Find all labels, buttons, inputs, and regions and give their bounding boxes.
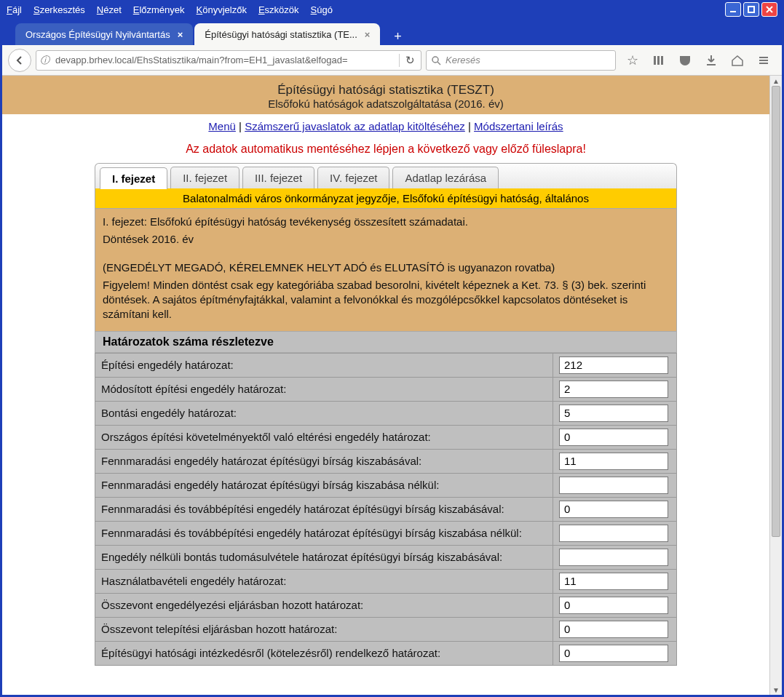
form-row: Összevont engedélyezési eljárásban hozot… — [95, 593, 677, 617]
banner-subtitle: Elsőfokú hatóságok adatszolgáltatása (20… — [2, 97, 769, 110]
value-input[interactable] — [559, 453, 668, 470]
close-button[interactable] — [761, 2, 777, 17]
new-tab-button[interactable]: + — [387, 28, 408, 45]
search-placeholder: Keresés — [446, 55, 480, 65]
reload-icon[interactable]: ↻ — [399, 54, 421, 67]
row-value-cell — [553, 377, 677, 401]
value-input[interactable] — [559, 357, 668, 374]
browser-tabstrip: Országos Építésügyi Nyilvántartás × Épít… — [2, 19, 782, 45]
window-controls — [725, 2, 777, 17]
form-row: Összevont telepítési eljárásban hozott h… — [95, 617, 677, 641]
form-row: Fennmaradási engedély határozat építésüg… — [95, 473, 677, 497]
url-input[interactable] — [52, 51, 399, 70]
link-modsz[interactable]: Módszertani leírás — [474, 120, 563, 132]
menu-help[interactable]: Súgó — [311, 4, 333, 15]
section-heading: Határozatok száma részletezve — [95, 332, 677, 353]
tab-adatlap-lezarasa[interactable]: Adatlap lezárása — [392, 167, 499, 188]
browser-tab-1[interactable]: Országos Építésügyi Nyilvántartás × — [15, 23, 193, 45]
tab-chapter-1[interactable]: I. fejezet — [100, 167, 167, 189]
banner-title: Építésügyi hatósági statisztika (TESZT) — [2, 83, 769, 97]
value-input[interactable] — [559, 429, 668, 446]
value-input[interactable] — [559, 573, 668, 590]
form-row: Módosított építési engedély határozat: — [95, 377, 677, 401]
browser-tab-2[interactable]: Építésügyi hatósági statisztika (TE... × — [194, 23, 380, 45]
save-warning: Az adatok automatikus mentéséhez lépjen … — [2, 138, 769, 163]
value-input[interactable] — [559, 621, 668, 638]
form-row: Engedély nélküli bontás tudomásulvétele … — [95, 545, 677, 569]
tab-chapter-3[interactable]: III. fejezet — [242, 167, 314, 188]
scrollbar[interactable]: ▲ ▼ — [769, 76, 782, 695]
row-value-cell — [553, 521, 677, 545]
menu-edit[interactable]: Szerkesztés — [33, 4, 85, 15]
pocket-icon[interactable] — [678, 54, 692, 67]
svg-rect-8 — [661, 56, 663, 65]
chapter-description: I. fejezet: Elsőfokú építésügyi hatóság … — [95, 209, 677, 332]
value-input[interactable] — [559, 525, 668, 542]
chapter-tabs: I. fejezet II. fejezet III. fejezet IV. … — [95, 163, 677, 188]
page-banner: Építésügyi hatósági statisztika (TESZT) … — [2, 76, 769, 114]
row-label: Fennmaradási engedély határozat építésüg… — [95, 473, 553, 497]
svg-rect-7 — [657, 56, 660, 65]
maximize-button[interactable] — [743, 2, 759, 17]
search-icon — [431, 55, 441, 65]
row-label: Módosított építési engedély határozat: — [95, 377, 553, 401]
star-icon[interactable]: ☆ — [626, 54, 639, 67]
page-viewport: Építésügyi hatósági statisztika (TESZT) … — [2, 76, 782, 695]
back-button[interactable] — [8, 49, 31, 72]
tab-chapter-2[interactable]: II. fejezet — [170, 167, 239, 188]
row-label: Országos építési követelményektől való e… — [95, 425, 553, 449]
link-szam[interactable]: Számszerű javaslatok az adatlap kitöltés… — [245, 120, 465, 132]
tab-chapter-4[interactable]: IV. fejezet — [317, 167, 389, 188]
app-menubar: Fájl Szerkesztés Nézet Előzmények Könyvj… — [2, 0, 782, 19]
value-input[interactable] — [559, 501, 668, 518]
menu-history[interactable]: Előzmények — [133, 4, 185, 15]
close-icon[interactable]: × — [365, 29, 371, 40]
form-row: Országos építési követelményektől való e… — [95, 425, 677, 449]
form-table: Építési engedély határozat:Módosított ép… — [95, 353, 677, 666]
form-row: Fennmaradási és továbbépítési engedély h… — [95, 521, 677, 545]
value-input[interactable] — [559, 477, 668, 494]
form-row: Fennmaradási engedély határozat építésüg… — [95, 449, 677, 473]
row-value-cell — [553, 593, 677, 617]
menu-file[interactable]: Fájl — [7, 4, 22, 15]
info-icon[interactable]: ⓘ — [36, 54, 52, 67]
row-value-cell — [553, 401, 677, 425]
tab-label: Építésügyi hatósági statisztika (TE... — [205, 29, 357, 40]
form-row: Használatbavételi engedély határozat: — [95, 569, 677, 593]
scroll-up-icon[interactable]: ▲ — [770, 76, 782, 86]
menu-bookmarks[interactable]: Könyvjelzők — [197, 4, 247, 15]
value-input[interactable] — [559, 381, 668, 398]
form-row: Fennmaradási és továbbépítési engedély h… — [95, 497, 677, 521]
browser-toolbar: ⓘ ↻ Keresés ☆ — [2, 45, 782, 76]
row-label: Építési engedély határozat: — [95, 353, 553, 377]
row-value-cell — [553, 473, 677, 497]
value-input[interactable] — [559, 645, 668, 662]
menu-view[interactable]: Nézet — [97, 4, 122, 15]
menu-tools[interactable]: Eszközök — [258, 4, 299, 15]
row-label: Összevont telepítési eljárásban hozott h… — [95, 617, 553, 641]
library-icon[interactable] — [652, 54, 665, 67]
scroll-thumb[interactable] — [772, 86, 780, 537]
home-icon[interactable] — [731, 54, 744, 67]
value-input[interactable] — [559, 549, 668, 566]
row-value-cell — [553, 617, 677, 641]
link-menu[interactable]: Menü — [208, 120, 236, 132]
svg-rect-6 — [654, 56, 656, 65]
address-bar[interactable]: ⓘ ↻ — [36, 50, 421, 71]
row-label: Összevont engedélyezési eljárásban hozot… — [95, 593, 553, 617]
close-icon[interactable]: × — [178, 29, 183, 40]
row-value-cell — [553, 353, 677, 377]
row-value-cell — [553, 569, 677, 593]
form-row: Építésügyi hatósági intézkedésről (kötel… — [95, 641, 677, 665]
value-input[interactable] — [559, 597, 668, 614]
minimize-button[interactable] — [725, 2, 741, 17]
scroll-down-icon[interactable]: ▼ — [770, 685, 782, 695]
menu-icon[interactable] — [757, 54, 770, 67]
svg-point-4 — [432, 57, 438, 63]
value-input[interactable] — [559, 405, 668, 422]
row-value-cell — [553, 545, 677, 569]
download-icon[interactable] — [705, 54, 718, 67]
form-row: Építési engedély határozat: — [95, 353, 677, 377]
row-value-cell — [553, 497, 677, 521]
search-bar[interactable]: Keresés — [426, 50, 616, 71]
